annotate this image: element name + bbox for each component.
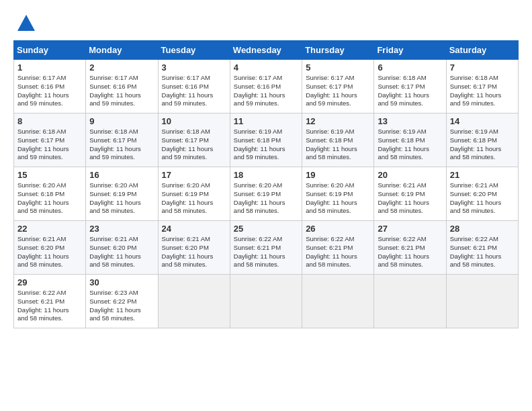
calendar-cell: 2Sunrise: 6:17 AM Sunset: 6:16 PM Daylig… bbox=[86, 60, 158, 113]
day-info: Sunrise: 6:20 AM Sunset: 6:19 PM Dayligh… bbox=[306, 181, 370, 216]
calendar-cell bbox=[230, 275, 302, 328]
calendar-cell: 25Sunrise: 6:22 AM Sunset: 6:21 PM Dayli… bbox=[230, 221, 302, 275]
calendar-cell: 28Sunrise: 6:22 AM Sunset: 6:21 PM Dayli… bbox=[446, 221, 518, 275]
calendar-cell: 24Sunrise: 6:21 AM Sunset: 6:20 PM Dayli… bbox=[158, 221, 230, 275]
day-info: Sunrise: 6:18 AM Sunset: 6:17 PM Dayligh… bbox=[378, 74, 442, 108]
day-info: Sunrise: 6:22 AM Sunset: 6:21 PM Dayligh… bbox=[17, 289, 82, 323]
day-number: 27 bbox=[378, 224, 442, 234]
day-info: Sunrise: 6:20 AM Sunset: 6:18 PM Dayligh… bbox=[17, 181, 82, 216]
calendar-cell: 15Sunrise: 6:20 AM Sunset: 6:18 PM Dayli… bbox=[14, 167, 86, 221]
day-header-thursday: Thursday bbox=[302, 41, 374, 60]
logo bbox=[13, 13, 36, 34]
day-info: Sunrise: 6:20 AM Sunset: 6:19 PM Dayligh… bbox=[162, 181, 226, 216]
day-number: 20 bbox=[378, 170, 442, 180]
day-info: Sunrise: 6:19 AM Sunset: 6:18 PM Dayligh… bbox=[450, 128, 515, 162]
day-number: 12 bbox=[306, 116, 370, 126]
calendar-week-row: 1Sunrise: 6:17 AM Sunset: 6:16 PM Daylig… bbox=[14, 60, 519, 113]
day-number: 18 bbox=[234, 170, 298, 180]
page-header bbox=[13, 13, 519, 34]
day-info: Sunrise: 6:19 AM Sunset: 6:18 PM Dayligh… bbox=[306, 128, 370, 162]
calendar-cell bbox=[302, 275, 374, 328]
calendar-cell: 10Sunrise: 6:18 AM Sunset: 6:17 PM Dayli… bbox=[158, 113, 230, 167]
calendar-table: SundayMondayTuesdayWednesdayThursdayFrid… bbox=[13, 40, 519, 328]
day-info: Sunrise: 6:17 AM Sunset: 6:16 PM Dayligh… bbox=[89, 74, 154, 108]
day-info: Sunrise: 6:23 AM Sunset: 6:22 PM Dayligh… bbox=[89, 289, 154, 323]
calendar-cell: 18Sunrise: 6:20 AM Sunset: 6:19 PM Dayli… bbox=[230, 167, 302, 221]
day-number: 13 bbox=[378, 116, 442, 126]
calendar-cell: 9Sunrise: 6:18 AM Sunset: 6:17 PM Daylig… bbox=[86, 113, 158, 167]
calendar-week-row: 29Sunrise: 6:22 AM Sunset: 6:21 PM Dayli… bbox=[14, 275, 519, 328]
day-info: Sunrise: 6:21 AM Sunset: 6:20 PM Dayligh… bbox=[17, 235, 82, 269]
calendar-cell: 20Sunrise: 6:21 AM Sunset: 6:19 PM Dayli… bbox=[374, 167, 446, 221]
calendar-cell: 29Sunrise: 6:22 AM Sunset: 6:21 PM Dayli… bbox=[14, 275, 86, 328]
day-info: Sunrise: 6:22 AM Sunset: 6:21 PM Dayligh… bbox=[306, 235, 370, 269]
calendar-cell: 4Sunrise: 6:17 AM Sunset: 6:16 PM Daylig… bbox=[230, 60, 302, 113]
calendar-cell bbox=[374, 275, 446, 328]
day-number: 5 bbox=[306, 62, 370, 73]
day-info: Sunrise: 6:18 AM Sunset: 6:17 PM Dayligh… bbox=[17, 128, 82, 162]
calendar-cell: 13Sunrise: 6:19 AM Sunset: 6:18 PM Dayli… bbox=[374, 113, 446, 167]
day-number: 30 bbox=[89, 277, 154, 287]
day-number: 1 bbox=[17, 62, 82, 73]
day-info: Sunrise: 6:22 AM Sunset: 6:21 PM Dayligh… bbox=[378, 235, 442, 269]
calendar-week-row: 22Sunrise: 6:21 AM Sunset: 6:20 PM Dayli… bbox=[14, 221, 519, 275]
day-number: 29 bbox=[17, 277, 82, 287]
day-info: Sunrise: 6:18 AM Sunset: 6:17 PM Dayligh… bbox=[89, 128, 154, 162]
day-number: 19 bbox=[306, 170, 370, 180]
day-info: Sunrise: 6:21 AM Sunset: 6:19 PM Dayligh… bbox=[378, 181, 442, 216]
day-info: Sunrise: 6:21 AM Sunset: 6:20 PM Dayligh… bbox=[162, 235, 226, 269]
calendar-week-row: 15Sunrise: 6:20 AM Sunset: 6:18 PM Dayli… bbox=[14, 167, 519, 221]
day-number: 28 bbox=[450, 224, 515, 234]
calendar-cell: 30Sunrise: 6:23 AM Sunset: 6:22 PM Dayli… bbox=[86, 275, 158, 328]
calendar-cell: 19Sunrise: 6:20 AM Sunset: 6:19 PM Dayli… bbox=[302, 167, 374, 221]
day-number: 15 bbox=[17, 170, 82, 180]
day-number: 3 bbox=[162, 62, 226, 73]
calendar-cell: 3Sunrise: 6:17 AM Sunset: 6:16 PM Daylig… bbox=[158, 60, 230, 113]
day-number: 23 bbox=[89, 224, 154, 234]
day-info: Sunrise: 6:17 AM Sunset: 6:16 PM Dayligh… bbox=[17, 74, 82, 108]
day-header-friday: Friday bbox=[374, 41, 446, 60]
calendar-cell: 17Sunrise: 6:20 AM Sunset: 6:19 PM Dayli… bbox=[158, 167, 230, 221]
day-number: 21 bbox=[450, 170, 515, 180]
day-info: Sunrise: 6:20 AM Sunset: 6:19 PM Dayligh… bbox=[234, 181, 298, 216]
calendar-cell: 7Sunrise: 6:18 AM Sunset: 6:17 PM Daylig… bbox=[446, 60, 518, 113]
day-info: Sunrise: 6:18 AM Sunset: 6:17 PM Dayligh… bbox=[450, 74, 515, 108]
day-info: Sunrise: 6:17 AM Sunset: 6:16 PM Dayligh… bbox=[162, 74, 226, 108]
day-number: 24 bbox=[162, 224, 226, 234]
day-info: Sunrise: 6:17 AM Sunset: 6:16 PM Dayligh… bbox=[234, 74, 298, 108]
calendar-cell: 23Sunrise: 6:21 AM Sunset: 6:20 PM Dayli… bbox=[86, 221, 158, 275]
calendar-cell: 14Sunrise: 6:19 AM Sunset: 6:18 PM Dayli… bbox=[446, 113, 518, 167]
day-info: Sunrise: 6:21 AM Sunset: 6:20 PM Dayligh… bbox=[89, 235, 154, 269]
day-info: Sunrise: 6:22 AM Sunset: 6:21 PM Dayligh… bbox=[234, 235, 298, 269]
day-number: 10 bbox=[162, 116, 226, 126]
calendar-cell: 5Sunrise: 6:17 AM Sunset: 6:17 PM Daylig… bbox=[302, 60, 374, 113]
day-number: 22 bbox=[17, 224, 82, 234]
day-number: 4 bbox=[234, 62, 298, 73]
day-number: 17 bbox=[162, 170, 226, 180]
day-number: 2 bbox=[89, 62, 154, 73]
day-header-tuesday: Tuesday bbox=[158, 41, 230, 60]
calendar-cell bbox=[158, 275, 230, 328]
day-info: Sunrise: 6:19 AM Sunset: 6:18 PM Dayligh… bbox=[234, 128, 298, 162]
calendar-cell: 12Sunrise: 6:19 AM Sunset: 6:18 PM Dayli… bbox=[302, 113, 374, 167]
day-header-monday: Monday bbox=[86, 41, 158, 60]
day-number: 25 bbox=[234, 224, 298, 234]
calendar-cell bbox=[446, 275, 518, 328]
day-info: Sunrise: 6:18 AM Sunset: 6:17 PM Dayligh… bbox=[162, 128, 226, 162]
logo-icon bbox=[16, 13, 36, 34]
calendar-cell: 1Sunrise: 6:17 AM Sunset: 6:16 PM Daylig… bbox=[14, 60, 86, 113]
calendar-header-row: SundayMondayTuesdayWednesdayThursdayFrid… bbox=[14, 41, 519, 60]
svg-marker-0 bbox=[17, 15, 35, 31]
day-number: 14 bbox=[450, 116, 515, 126]
day-number: 26 bbox=[306, 224, 370, 234]
day-number: 9 bbox=[89, 116, 154, 126]
calendar-cell: 11Sunrise: 6:19 AM Sunset: 6:18 PM Dayli… bbox=[230, 113, 302, 167]
calendar-week-row: 8Sunrise: 6:18 AM Sunset: 6:17 PM Daylig… bbox=[14, 113, 519, 167]
calendar-cell: 8Sunrise: 6:18 AM Sunset: 6:17 PM Daylig… bbox=[14, 113, 86, 167]
calendar-cell: 22Sunrise: 6:21 AM Sunset: 6:20 PM Dayli… bbox=[14, 221, 86, 275]
calendar-cell: 26Sunrise: 6:22 AM Sunset: 6:21 PM Dayli… bbox=[302, 221, 374, 275]
day-info: Sunrise: 6:17 AM Sunset: 6:17 PM Dayligh… bbox=[306, 74, 370, 108]
calendar-cell: 27Sunrise: 6:22 AM Sunset: 6:21 PM Dayli… bbox=[374, 221, 446, 275]
calendar-cell: 6Sunrise: 6:18 AM Sunset: 6:17 PM Daylig… bbox=[374, 60, 446, 113]
day-number: 8 bbox=[17, 116, 82, 126]
